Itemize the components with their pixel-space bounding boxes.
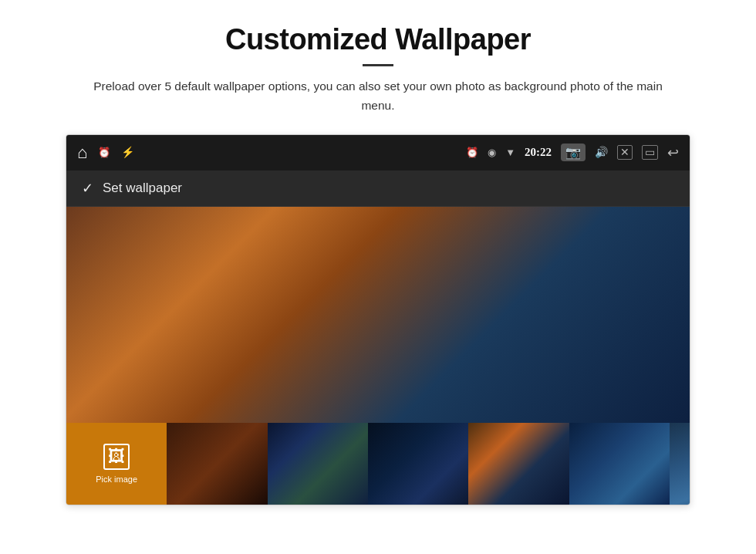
thumbnail-strip: 🖼 Pick image xyxy=(66,423,690,505)
wallpaper-thumb-5[interactable] xyxy=(468,423,569,505)
title-divider xyxy=(363,64,393,66)
square-icon[interactable]: ▭ xyxy=(642,145,658,160)
location-icon: ◉ xyxy=(488,147,496,159)
wallpaper-thumb-2[interactable] xyxy=(167,423,267,505)
checkmark-icon: ✓ xyxy=(82,180,93,197)
page-subtitle: Preload over 5 default wallpaper options… xyxy=(77,77,679,116)
wallpaper-thumb-6[interactable] xyxy=(569,423,670,505)
pick-image-label: Pick image xyxy=(96,475,137,484)
android-screen: ⌂ ⏰ ⚡ ⏰ ◉ ▼ 20:22 📷 🔊 ✕ ▭ ↩ ✓ Set xyxy=(66,134,690,505)
back-icon[interactable]: ↩ xyxy=(667,144,679,161)
home-icon[interactable]: ⌂ xyxy=(77,143,87,163)
status-bar: ⌂ ⏰ ⚡ ⏰ ◉ ▼ 20:22 📷 🔊 ✕ ▭ ↩ xyxy=(66,135,690,171)
volume-icon[interactable]: 🔊 xyxy=(595,146,608,159)
usb-icon: ⚡ xyxy=(121,146,134,159)
set-wallpaper-bar: ✓ Set wallpaper xyxy=(66,171,690,207)
wallpaper-preview xyxy=(66,207,690,423)
alarm-right-icon: ⏰ xyxy=(466,147,478,159)
time-display: 20:22 xyxy=(525,146,552,159)
pick-image-icon: 🖼 xyxy=(103,444,130,470)
wallpaper-gradient xyxy=(66,207,690,423)
close-icon[interactable]: ✕ xyxy=(617,145,633,160)
pick-image-thumb[interactable]: 🖼 Pick image xyxy=(66,423,167,505)
status-bar-right: ⏰ ◉ ▼ 20:22 📷 🔊 ✕ ▭ ↩ xyxy=(466,144,679,161)
page-wrapper: Customized Wallpaper Preload over 5 defa… xyxy=(0,0,756,554)
alarm-left-icon: ⏰ xyxy=(98,147,110,159)
wallpaper-thumb-3[interactable] xyxy=(268,423,368,505)
status-bar-left: ⌂ ⏰ ⚡ xyxy=(77,143,134,163)
set-wallpaper-label: Set wallpaper xyxy=(103,181,182,196)
page-title: Customized Wallpaper xyxy=(225,23,531,56)
wifi-icon: ▼ xyxy=(505,147,515,159)
camera-icon[interactable]: 📷 xyxy=(561,144,586,161)
wallpaper-thumb-4[interactable] xyxy=(368,423,468,505)
wallpaper-thumb-7[interactable] xyxy=(670,423,690,505)
